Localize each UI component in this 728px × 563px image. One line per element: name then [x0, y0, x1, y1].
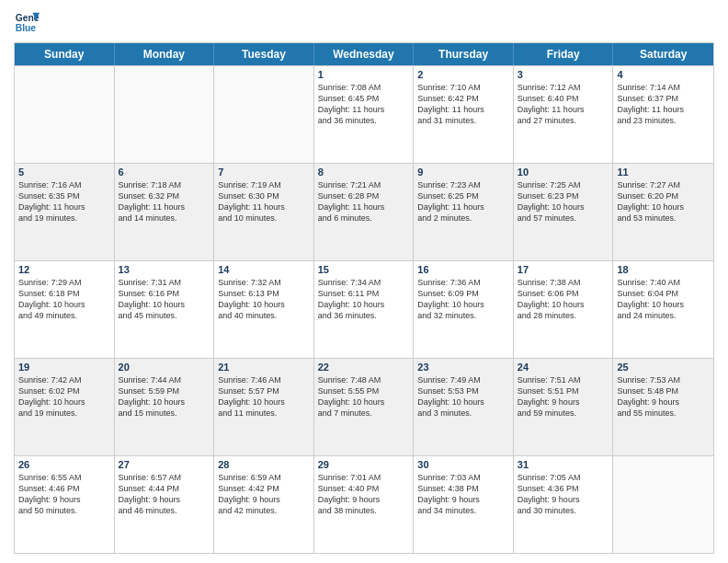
day-info: Sunrise: 7:32 AM Sunset: 6:13 PM Dayligh… — [218, 277, 310, 322]
calendar-cell — [613, 456, 713, 553]
day-info: Sunrise: 7:48 AM Sunset: 5:55 PM Dayligh… — [318, 374, 410, 419]
calendar-cell: 24Sunrise: 7:51 AM Sunset: 5:51 PM Dayli… — [514, 359, 614, 455]
calendar-row-2: 5Sunrise: 7:16 AM Sunset: 6:35 PM Daylig… — [15, 163, 713, 260]
calendar-cell: 21Sunrise: 7:46 AM Sunset: 5:57 PM Dayli… — [214, 359, 314, 455]
day-info: Sunrise: 7:10 AM Sunset: 6:42 PM Dayligh… — [417, 82, 509, 127]
calendar-cell: 19Sunrise: 7:42 AM Sunset: 6:02 PM Dayli… — [15, 359, 115, 455]
day-info: Sunrise: 6:57 AM Sunset: 4:44 PM Dayligh… — [119, 472, 210, 517]
calendar-cell: 8Sunrise: 7:21 AM Sunset: 6:28 PM Daylig… — [314, 164, 415, 260]
day-info: Sunrise: 7:38 AM Sunset: 6:06 PM Dayligh… — [518, 277, 609, 322]
header-day-sunday: Sunday — [15, 43, 115, 65]
day-number: 22 — [318, 362, 410, 373]
calendar-cell: 6Sunrise: 7:18 AM Sunset: 6:32 PM Daylig… — [115, 164, 215, 260]
day-number: 11 — [617, 167, 710, 178]
calendar-cell: 31Sunrise: 7:05 AM Sunset: 4:36 PM Dayli… — [514, 456, 614, 553]
calendar-cell: 20Sunrise: 7:44 AM Sunset: 5:59 PM Dayli… — [115, 359, 215, 455]
calendar-cell: 10Sunrise: 7:25 AM Sunset: 6:23 PM Dayli… — [514, 164, 614, 260]
day-info: Sunrise: 7:42 AM Sunset: 6:02 PM Dayligh… — [18, 374, 110, 419]
day-info: Sunrise: 7:12 AM Sunset: 6:40 PM Dayligh… — [518, 82, 609, 127]
day-info: Sunrise: 7:21 AM Sunset: 6:28 PM Dayligh… — [318, 179, 410, 224]
calendar-row-3: 12Sunrise: 7:29 AM Sunset: 6:18 PM Dayli… — [15, 260, 713, 358]
day-number: 27 — [119, 459, 210, 470]
day-info: Sunrise: 6:55 AM Sunset: 4:46 PM Dayligh… — [18, 472, 110, 517]
day-number: 17 — [518, 264, 609, 275]
day-number: 18 — [617, 264, 710, 275]
day-number: 23 — [417, 362, 509, 373]
calendar-row-1: 1Sunrise: 7:08 AM Sunset: 6:45 PM Daylig… — [15, 65, 713, 163]
day-info: Sunrise: 7:18 AM Sunset: 6:32 PM Dayligh… — [119, 179, 210, 224]
calendar-cell: 13Sunrise: 7:31 AM Sunset: 6:16 PM Dayli… — [115, 261, 215, 358]
day-number: 16 — [417, 264, 509, 275]
day-info: Sunrise: 7:49 AM Sunset: 5:53 PM Dayligh… — [417, 374, 509, 419]
calendar-cell — [15, 66, 115, 163]
calendar-cell: 14Sunrise: 7:32 AM Sunset: 6:13 PM Dayli… — [214, 261, 314, 358]
day-info: Sunrise: 7:08 AM Sunset: 6:45 PM Dayligh… — [318, 82, 410, 127]
logo-icon: General Blue — [14, 9, 40, 35]
day-number: 28 — [218, 459, 310, 470]
day-info: Sunrise: 7:46 AM Sunset: 5:57 PM Dayligh… — [218, 374, 310, 419]
calendar-cell: 22Sunrise: 7:48 AM Sunset: 5:55 PM Dayli… — [314, 359, 415, 455]
calendar-row-4: 19Sunrise: 7:42 AM Sunset: 6:02 PM Dayli… — [15, 358, 713, 455]
calendar-cell: 11Sunrise: 7:27 AM Sunset: 6:20 PM Dayli… — [613, 164, 713, 260]
calendar-cell: 30Sunrise: 7:03 AM Sunset: 4:38 PM Dayli… — [414, 456, 514, 553]
header: General Blue — [14, 9, 714, 35]
day-number: 13 — [119, 264, 210, 275]
day-number: 20 — [119, 362, 210, 373]
calendar-cell: 5Sunrise: 7:16 AM Sunset: 6:35 PM Daylig… — [15, 164, 115, 260]
day-info: Sunrise: 7:51 AM Sunset: 5:51 PM Dayligh… — [518, 374, 609, 419]
calendar-cell: 23Sunrise: 7:49 AM Sunset: 5:53 PM Dayli… — [414, 359, 514, 455]
calendar-cell: 25Sunrise: 7:53 AM Sunset: 5:48 PM Dayli… — [613, 359, 713, 455]
day-number: 12 — [18, 264, 110, 275]
day-info: Sunrise: 7:36 AM Sunset: 6:09 PM Dayligh… — [417, 277, 509, 322]
page: General Blue SundayMondayTuesdayWednesda… — [0, 0, 728, 563]
calendar-cell: 7Sunrise: 7:19 AM Sunset: 6:30 PM Daylig… — [214, 164, 314, 260]
day-number: 21 — [218, 362, 310, 373]
day-number: 5 — [18, 167, 110, 178]
day-number: 2 — [417, 69, 509, 80]
calendar-cell: 15Sunrise: 7:34 AM Sunset: 6:11 PM Dayli… — [314, 261, 415, 358]
calendar-cell: 18Sunrise: 7:40 AM Sunset: 6:04 PM Dayli… — [613, 261, 713, 358]
calendar-cell: 1Sunrise: 7:08 AM Sunset: 6:45 PM Daylig… — [314, 66, 415, 163]
day-number: 7 — [218, 167, 310, 178]
day-number: 31 — [518, 459, 609, 470]
calendar-cell: 27Sunrise: 6:57 AM Sunset: 4:44 PM Dayli… — [115, 456, 215, 553]
day-number: 24 — [518, 362, 609, 373]
day-number: 1 — [318, 69, 410, 80]
day-info: Sunrise: 7:44 AM Sunset: 5:59 PM Dayligh… — [119, 374, 210, 419]
calendar-cell — [115, 66, 215, 163]
header-day-saturday: Saturday — [613, 43, 713, 65]
day-number: 26 — [18, 459, 110, 470]
calendar-cell: 16Sunrise: 7:36 AM Sunset: 6:09 PM Dayli… — [414, 261, 514, 358]
day-info: Sunrise: 7:05 AM Sunset: 4:36 PM Dayligh… — [518, 472, 609, 517]
day-number: 6 — [119, 167, 210, 178]
day-number: 10 — [518, 167, 609, 178]
calendar-cell: 3Sunrise: 7:12 AM Sunset: 6:40 PM Daylig… — [514, 66, 614, 163]
header-day-thursday: Thursday — [414, 43, 514, 65]
header-day-monday: Monday — [115, 43, 215, 65]
day-number: 3 — [518, 69, 609, 80]
day-info: Sunrise: 7:40 AM Sunset: 6:04 PM Dayligh… — [617, 277, 710, 322]
day-number: 29 — [318, 459, 410, 470]
day-info: Sunrise: 7:01 AM Sunset: 4:40 PM Dayligh… — [318, 472, 410, 517]
header-day-tuesday: Tuesday — [214, 43, 314, 65]
logo: General Blue — [14, 9, 40, 35]
day-number: 30 — [417, 459, 509, 470]
calendar-cell: 4Sunrise: 7:14 AM Sunset: 6:37 PM Daylig… — [613, 66, 713, 163]
day-info: Sunrise: 7:14 AM Sunset: 6:37 PM Dayligh… — [617, 82, 710, 127]
day-info: Sunrise: 7:29 AM Sunset: 6:18 PM Dayligh… — [18, 277, 110, 322]
day-number: 8 — [318, 167, 410, 178]
calendar-cell — [214, 66, 314, 163]
day-number: 14 — [218, 264, 310, 275]
calendar-cell: 2Sunrise: 7:10 AM Sunset: 6:42 PM Daylig… — [414, 66, 514, 163]
header-day-wednesday: Wednesday — [314, 43, 415, 65]
day-info: Sunrise: 7:23 AM Sunset: 6:25 PM Dayligh… — [417, 179, 509, 224]
day-info: Sunrise: 7:03 AM Sunset: 4:38 PM Dayligh… — [417, 472, 509, 517]
calendar-cell: 9Sunrise: 7:23 AM Sunset: 6:25 PM Daylig… — [414, 164, 514, 260]
day-info: Sunrise: 7:31 AM Sunset: 6:16 PM Dayligh… — [119, 277, 210, 322]
calendar-body: 1Sunrise: 7:08 AM Sunset: 6:45 PM Daylig… — [15, 65, 713, 553]
svg-text:Blue: Blue — [16, 23, 37, 33]
day-info: Sunrise: 7:27 AM Sunset: 6:20 PM Dayligh… — [617, 179, 710, 224]
day-info: Sunrise: 7:34 AM Sunset: 6:11 PM Dayligh… — [318, 277, 410, 322]
day-info: Sunrise: 7:53 AM Sunset: 5:48 PM Dayligh… — [617, 374, 710, 419]
day-number: 19 — [18, 362, 110, 373]
